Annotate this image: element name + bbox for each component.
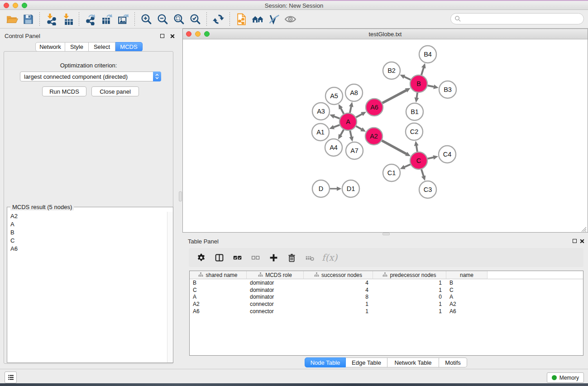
graph-node-A3[interactable]: A3 xyxy=(312,103,330,120)
graph-edge-A-A2[interactable] xyxy=(356,126,362,129)
table-cell[interactable]: connector xyxy=(247,300,304,308)
graph-edge-A-A4[interactable] xyxy=(340,129,344,135)
tab-select[interactable]: Select xyxy=(89,42,115,52)
table-cell[interactable]: connector xyxy=(247,308,304,315)
close-panel-button[interactable]: Close panel xyxy=(91,86,139,96)
graph-node-C3[interactable]: C3 xyxy=(419,181,436,198)
tab-network-table[interactable]: Network Table xyxy=(387,357,439,367)
table-row[interactable]: Adominator80A xyxy=(190,293,583,300)
table-cell[interactable]: A xyxy=(446,293,488,300)
table-row[interactable]: A2connector11A2 xyxy=(190,300,583,308)
table-cell[interactable]: 4 xyxy=(304,286,373,294)
optimization-criterion-select[interactable]: largest connected component (directed) xyxy=(20,71,161,81)
graph-node-B2[interactable]: B2 xyxy=(383,62,400,79)
table-panel-float-button[interactable] xyxy=(571,238,578,244)
mcds-result-item[interactable]: B xyxy=(7,228,167,236)
search-input[interactable] xyxy=(461,15,583,22)
checked-pair-button[interactable] xyxy=(229,250,245,265)
table-cell[interactable]: A2 xyxy=(446,300,488,308)
graph-edge-B-B1[interactable] xyxy=(416,93,417,98)
table-panel-close-button[interactable] xyxy=(579,238,585,244)
table-cell[interactable]: 1 xyxy=(373,286,446,294)
graph-edge-A-A7[interactable] xyxy=(350,131,351,137)
graph-edge-A-A6[interactable] xyxy=(356,114,362,117)
graph-edge-A6-B[interactable] xyxy=(382,91,406,103)
graph-node-B1[interactable]: B1 xyxy=(406,103,423,120)
column-header-successor-nodes[interactable]: successor nodes xyxy=(304,271,373,279)
task-history-button[interactable] xyxy=(5,372,17,383)
graph-edge-B-B3[interactable] xyxy=(428,86,434,87)
graph-edge-A-A3[interactable] xyxy=(334,116,339,119)
export-image-button[interactable] xyxy=(115,11,131,27)
zoom-in-button[interactable] xyxy=(138,11,154,27)
table-cell[interactable]: dominator xyxy=(247,279,304,286)
table-cell[interactable]: 1 xyxy=(373,279,446,286)
table-cell[interactable]: dominator xyxy=(247,286,304,294)
graph-node-A[interactable]: A xyxy=(339,113,357,130)
network-canvas[interactable]: AA1A2A3A4A5A6A7A8BB1B2B3B4CC1C2C3C4DD1 xyxy=(183,39,588,232)
table-cell[interactable]: 1 xyxy=(373,300,446,308)
tab-mcds[interactable]: MCDS xyxy=(115,42,143,52)
mcds-result-item[interactable]: C xyxy=(7,236,167,244)
home-button[interactable] xyxy=(249,11,266,27)
graph-node-A6[interactable]: A6 xyxy=(366,99,383,116)
table-cell[interactable]: C xyxy=(446,286,488,294)
result-list-scrollbar[interactable] xyxy=(167,212,173,362)
table-cell[interactable]: 8 xyxy=(304,293,373,300)
graph-node-A8[interactable]: A8 xyxy=(345,84,363,101)
delete-table-button[interactable] xyxy=(302,250,317,265)
graph-node-B4[interactable]: B4 xyxy=(419,46,436,63)
toggle-graphics-details-button[interactable] xyxy=(266,11,282,27)
import-network-button[interactable] xyxy=(43,11,59,27)
zoom-selected-button[interactable] xyxy=(187,11,203,27)
memory-button[interactable]: Memory xyxy=(547,372,584,383)
control-panel-close-button[interactable] xyxy=(169,33,176,39)
graph-edge-C-C2[interactable] xyxy=(416,146,417,152)
table-cell[interactable]: dominator xyxy=(247,293,304,300)
eye-button[interactable] xyxy=(282,11,298,27)
gear-button[interactable] xyxy=(193,250,209,265)
table-row[interactable]: A6connector11A6 xyxy=(190,308,583,315)
mcds-result-item[interactable]: A xyxy=(7,220,167,228)
table-cell[interactable]: 4 xyxy=(304,279,373,286)
app-titlebar[interactable]: Session: New Session xyxy=(0,1,588,10)
open-folder-button[interactable] xyxy=(4,11,20,27)
graph-node-B3[interactable]: B3 xyxy=(439,81,456,98)
tab-style[interactable]: Style xyxy=(65,42,89,52)
graph-node-C2[interactable]: C2 xyxy=(406,123,423,140)
import-table-button[interactable] xyxy=(59,11,76,27)
trash-button[interactable] xyxy=(284,250,299,265)
zoom-out-button[interactable] xyxy=(154,11,171,27)
table-cell[interactable]: 1 xyxy=(304,308,373,315)
tab-edge-table[interactable]: Edge Table xyxy=(346,357,387,367)
table-cell[interactable]: A xyxy=(190,293,247,300)
column-header-predecessor-nodes[interactable]: predecessor nodes xyxy=(373,271,446,279)
graph-node-C4[interactable]: C4 xyxy=(439,146,456,163)
graph-node-A1[interactable]: A1 xyxy=(312,124,329,141)
mcds-result-item[interactable]: A2 xyxy=(7,212,167,220)
table-row[interactable]: Bdominator41B xyxy=(190,279,583,286)
graph-edge-A-A8[interactable] xyxy=(350,106,351,113)
mcds-result-item[interactable]: A6 xyxy=(7,244,167,253)
column-header-shared-name[interactable]: shared name xyxy=(190,271,247,279)
column-header-name[interactable]: name xyxy=(446,271,488,279)
table-cell[interactable]: A6 xyxy=(446,308,488,315)
plus-button[interactable] xyxy=(266,250,281,265)
table-cell[interactable]: A6 xyxy=(190,308,247,315)
vertical-split-handle[interactable] xyxy=(179,191,182,201)
tab-motifs[interactable]: Motifs xyxy=(439,357,467,367)
control-panel-float-button[interactable] xyxy=(159,33,165,39)
graph-edge-B-B2[interactable] xyxy=(404,76,411,80)
new-network-from-file-button[interactable] xyxy=(233,11,249,27)
save-button[interactable] xyxy=(20,11,36,27)
table-cell[interactable]: A2 xyxy=(190,300,247,308)
graph-node-A7[interactable]: A7 xyxy=(346,142,363,159)
run-mcds-button[interactable]: Run MCDS xyxy=(42,86,86,96)
graph-edge-C-C1[interactable] xyxy=(404,164,410,167)
graph-node-D[interactable]: D xyxy=(312,180,330,197)
export-table-button[interactable] xyxy=(99,11,115,27)
zoom-fit-button[interactable] xyxy=(171,11,187,27)
graph-node-A2[interactable]: A2 xyxy=(365,128,382,145)
graph-node-B[interactable]: B xyxy=(410,75,427,92)
export-network-button[interactable] xyxy=(82,11,99,27)
